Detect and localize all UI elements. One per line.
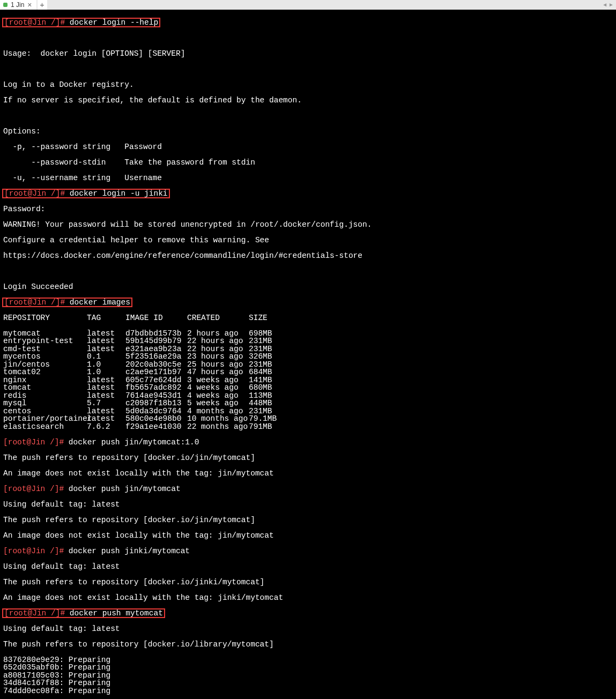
cmd-login-help: docker login --help (70, 18, 158, 27)
desc-line: Log in to a Docker registry. (3, 81, 613, 89)
push-error: An image does not exist locally with the… (3, 532, 613, 540)
table-row: redislatest7614ae9453d14 weeks ago113MB (3, 392, 613, 400)
layer-line: 34d84c167f88: Preparing (3, 679, 613, 687)
layer-line: a80817105c03: Preparing (3, 672, 613, 680)
cmd-push: docker push jin/mytomcat:1.0 (69, 438, 199, 447)
plus-icon: + (40, 1, 44, 9)
prompt: [root@Jin /]# (3, 485, 69, 493)
layer-line: 74ddd0ec08fa: Preparing (3, 687, 613, 695)
prompt: [root@Jin /]# (4, 189, 70, 198)
tab-label: 1 Jin (11, 1, 24, 9)
prompt: [root@Jin /]# (4, 298, 70, 307)
push-refers: The push refers to repository [docker.io… (3, 578, 613, 586)
table-row: centoslatest5d0da3dc97644 months ago231M… (3, 407, 613, 415)
layer-line: 652d035abf0b: Preparing (3, 664, 613, 672)
table-row: mytomcatlatestd7bdbbd1573b2 hours ago698… (3, 330, 613, 338)
tab-nav: ◄ ► (602, 1, 614, 9)
warning-line: WARNING! Your password will be stored un… (3, 221, 613, 229)
table-row: portainer/portainerlatest580c0e4e98b010 … (3, 415, 613, 423)
table-row: nginxlatest605c77e624dd3 weeks ago141MB (3, 376, 613, 384)
tab-1[interactable]: 1 Jin × (0, 0, 36, 10)
push-refers: The push refers to repository [docker.io… (3, 641, 613, 649)
option-line: --password-stdin Take the password from … (3, 159, 613, 167)
arrow-left-icon[interactable]: ◄ (602, 1, 607, 9)
push-error: An image does not exist locally with the… (3, 470, 613, 478)
cmd-images: docker images (70, 298, 130, 307)
push-refers: The push refers to repository [docker.io… (3, 516, 613, 524)
login-succeeded: Login Succeeded (3, 283, 613, 291)
tab-bar: 1 Jin × + ◄ ► (0, 0, 616, 10)
close-tab-icon[interactable]: × (27, 1, 32, 9)
password-label: Password: (3, 205, 613, 213)
cmd-push: docker push jin/mytomcat (69, 485, 181, 493)
option-line: -u, --username string Username (3, 174, 613, 182)
prompt: [root@Jin /]# (3, 547, 69, 555)
table-row: tomcat021.0c2ae9e171b9747 hours ago684MB (3, 368, 613, 376)
status-dot-icon (3, 3, 8, 7)
warning-line: https://docs.docker.com/engine/reference… (3, 252, 613, 260)
table-header: REPOSITORYTAGIMAGE IDCREATEDSIZE (3, 314, 613, 322)
desc-line: If no server is specified, the default i… (3, 96, 613, 105)
table-row: cmd-testlateste321aea9b23a22 hours ago23… (3, 345, 613, 353)
prompt: [root@Jin /]# (3, 438, 69, 447)
options-header: Options: (3, 128, 613, 136)
table-row: mysql5.7c20987f18b135 weeks ago448MB (3, 399, 613, 407)
cmd-push: docker push mytomcat (70, 609, 163, 618)
default-tag: Using default tag: latest (3, 625, 613, 633)
arrow-right-icon[interactable]: ► (608, 1, 614, 9)
usage-line: Usage: docker login [OPTIONS] [SERVER] (3, 50, 613, 58)
cmd-push: docker push jinki/mytomcat (69, 547, 190, 555)
push-refers: The push refers to repository [docker.io… (3, 454, 613, 462)
table-row: tomcatlatestfb5657adc8924 weeks ago680MB (3, 384, 613, 392)
prompt: [root@Jin /]# (4, 18, 70, 27)
terminal-output[interactable]: [root@Jin /]# docker login --help Usage:… (0, 10, 616, 699)
table-row: elasticsearch7.6.2f29a1ee4103022 months … (3, 423, 613, 431)
cmd-login: docker login -u jinki (70, 189, 168, 198)
push-error: An image does not exist locally with the… (3, 594, 613, 602)
default-tag: Using default tag: latest (3, 501, 613, 509)
table-row: jin/centos1.0202c0ab30c5e25 hours ago231… (3, 361, 613, 369)
prompt: [root@Jin /]# (4, 609, 70, 618)
option-line: -p, --password string Password (3, 143, 613, 151)
warning-line: Configure a credential helper to remove … (3, 236, 613, 244)
table-row: mycentos0.15f23516ae29a23 hours ago326MB (3, 353, 613, 361)
new-tab-button[interactable]: + (38, 0, 47, 10)
layer-line: 8376280e9e29: Preparing (3, 656, 613, 664)
default-tag: Using default tag: latest (3, 563, 613, 571)
table-row: entrypoint-testlatest59b145d99b7922 hour… (3, 337, 613, 345)
